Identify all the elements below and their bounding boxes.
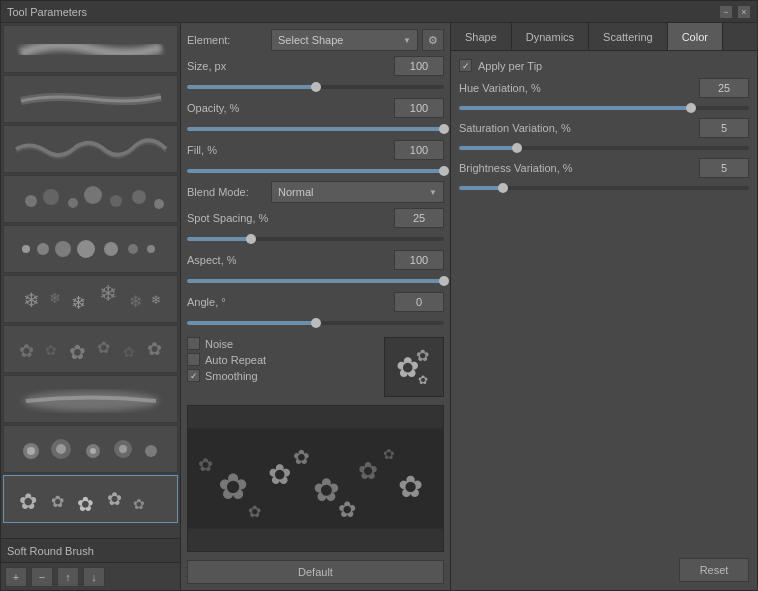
svg-point-3 xyxy=(84,186,102,204)
hue-variation-fill xyxy=(459,106,691,110)
svg-point-13 xyxy=(147,245,155,253)
opacity-value[interactable]: 100 xyxy=(394,98,444,118)
brush-item-selected[interactable]: ✿ ✿ ✿ ✿ ✿ xyxy=(3,475,178,523)
noise-checkbox-item[interactable]: Noise xyxy=(187,337,266,350)
brush-item[interactable] xyxy=(3,375,178,423)
size-slider-thumb[interactable] xyxy=(311,82,321,92)
angle-slider-track[interactable] xyxy=(187,321,444,325)
brush-list-panel: ❄ ❄ ❄ ❄ ❄ ❄ ✿ ✿ ✿ ✿ ✿ xyxy=(1,23,181,590)
tab-bar: Shape Dynamics Scattering Color xyxy=(451,23,757,51)
saturation-variation-label: Saturation Variation, % xyxy=(459,122,571,134)
brush-item[interactable] xyxy=(3,25,178,73)
gear-icon: ⚙ xyxy=(428,34,438,47)
brush-item[interactable]: ❄ ❄ ❄ ❄ ❄ ❄ xyxy=(3,275,178,323)
svg-point-5 xyxy=(132,190,146,204)
tab-shape[interactable]: Shape xyxy=(451,23,512,50)
tab-dynamics[interactable]: Dynamics xyxy=(512,23,589,50)
svg-text:✿: ✿ xyxy=(107,489,122,509)
opacity-slider-track[interactable] xyxy=(187,127,444,131)
svg-text:❄: ❄ xyxy=(99,281,117,306)
svg-text:✿: ✿ xyxy=(123,344,135,360)
fill-slider-thumb[interactable] xyxy=(439,166,449,176)
brush-item[interactable] xyxy=(3,75,178,123)
size-value[interactable]: 100 xyxy=(394,56,444,76)
blend-mode-row: Blend Mode: Normal ▼ xyxy=(187,181,444,203)
brush-item[interactable]: ✿ ✿ ✿ ✿ ✿ ✿ xyxy=(3,325,178,373)
svg-text:❄: ❄ xyxy=(129,293,142,310)
settings-button[interactable]: ⚙ xyxy=(422,29,444,51)
default-button[interactable]: Default xyxy=(187,560,444,584)
blend-mode-dropdown[interactable]: Normal ▼ xyxy=(271,181,444,203)
brush-item[interactable] xyxy=(3,425,178,473)
blend-mode-label: Blend Mode: xyxy=(187,186,267,198)
params-panel: Element: Select Shape ▼ ⚙ Size, px 100 xyxy=(181,23,451,590)
delete-brush-button[interactable]: − xyxy=(31,567,53,587)
close-button[interactable]: × xyxy=(737,5,751,19)
svg-text:✿: ✿ xyxy=(69,341,86,363)
opacity-slider-thumb[interactable] xyxy=(439,124,449,134)
chevron-down-icon: ▼ xyxy=(403,36,411,45)
saturation-variation-value[interactable]: 5 xyxy=(699,118,749,138)
saturation-variation-thumb[interactable] xyxy=(512,143,522,153)
auto-repeat-checkbox-item[interactable]: Auto Repeat xyxy=(187,353,266,366)
saturation-variation-fill xyxy=(459,146,517,150)
tab-dynamics-label: Dynamics xyxy=(526,31,574,43)
fill-value[interactable]: 100 xyxy=(394,140,444,160)
svg-text:✿: ✿ xyxy=(293,446,310,468)
element-dropdown[interactable]: Select Shape ▼ xyxy=(271,29,418,51)
selected-brush-name: Soft Round Brush xyxy=(7,545,94,557)
aspect-slider-thumb[interactable] xyxy=(439,276,449,286)
auto-repeat-checkbox[interactable] xyxy=(187,353,200,366)
svg-text:✿: ✿ xyxy=(133,496,145,512)
spot-spacing-slider-thumb[interactable] xyxy=(246,234,256,244)
reset-button[interactable]: Reset xyxy=(679,558,749,582)
brightness-variation-slider[interactable] xyxy=(459,186,749,190)
brightness-variation-fill xyxy=(459,186,503,190)
tab-shape-label: Shape xyxy=(465,31,497,43)
brush-item[interactable] xyxy=(3,175,178,223)
tab-color[interactable]: Color xyxy=(668,23,723,50)
brightness-variation-value[interactable]: 5 xyxy=(699,158,749,178)
aspect-slider-track[interactable] xyxy=(187,279,444,283)
spot-spacing-label: Spot Spacing, % xyxy=(187,212,268,224)
tab-scattering[interactable]: Scattering xyxy=(589,23,668,50)
minimize-button[interactable]: − xyxy=(719,5,733,19)
element-row: Element: Select Shape ▼ ⚙ xyxy=(187,29,444,51)
svg-text:✿: ✿ xyxy=(77,493,94,515)
brush-item[interactable] xyxy=(3,125,178,173)
apply-per-tip-checkbox[interactable]: ✓ xyxy=(459,59,472,72)
spot-spacing-value[interactable]: 25 xyxy=(394,208,444,228)
add-brush-button[interactable]: + xyxy=(5,567,27,587)
svg-text:✿: ✿ xyxy=(338,497,356,522)
svg-point-7 xyxy=(22,245,30,253)
svg-text:✿: ✿ xyxy=(313,472,340,508)
export-brush-button[interactable]: ↓ xyxy=(83,567,105,587)
saturation-variation-slider[interactable] xyxy=(459,146,749,150)
hue-variation-row: Hue Variation, % 25 xyxy=(459,78,749,98)
tab-scattering-label: Scattering xyxy=(603,31,653,43)
noise-checkbox[interactable] xyxy=(187,337,200,350)
angle-value[interactable]: 0 xyxy=(394,292,444,312)
brightness-variation-thumb[interactable] xyxy=(498,183,508,193)
angle-slider-fill xyxy=(187,321,316,325)
opacity-row: Opacity, % 100 xyxy=(187,97,444,119)
brush-items-container: ❄ ❄ ❄ ❄ ❄ ❄ ✿ ✿ ✿ ✿ ✿ xyxy=(1,23,180,538)
hue-variation-thumb[interactable] xyxy=(686,103,696,113)
checkbox-group: Noise Auto Repeat ✓ Smoothing xyxy=(187,337,266,382)
brush-thumbnail: ✿ ✿ ✿ xyxy=(384,337,444,397)
smoothing-checkbox[interactable]: ✓ xyxy=(187,369,200,382)
hue-variation-value[interactable]: 25 xyxy=(699,78,749,98)
import-brush-button[interactable]: ↑ xyxy=(57,567,79,587)
fill-slider-track[interactable] xyxy=(187,169,444,173)
smoothing-label: Smoothing xyxy=(205,370,258,382)
svg-point-1 xyxy=(43,189,59,205)
svg-point-8 xyxy=(37,243,49,255)
spot-spacing-slider-track[interactable] xyxy=(187,237,444,241)
aspect-value[interactable]: 100 xyxy=(394,250,444,270)
hue-variation-slider[interactable] xyxy=(459,106,749,110)
size-slider-track[interactable] xyxy=(187,85,444,89)
smoothing-checkbox-item[interactable]: ✓ Smoothing xyxy=(187,369,266,382)
angle-slider-thumb[interactable] xyxy=(311,318,321,328)
svg-text:✿: ✿ xyxy=(268,459,291,490)
brush-item[interactable] xyxy=(3,225,178,273)
